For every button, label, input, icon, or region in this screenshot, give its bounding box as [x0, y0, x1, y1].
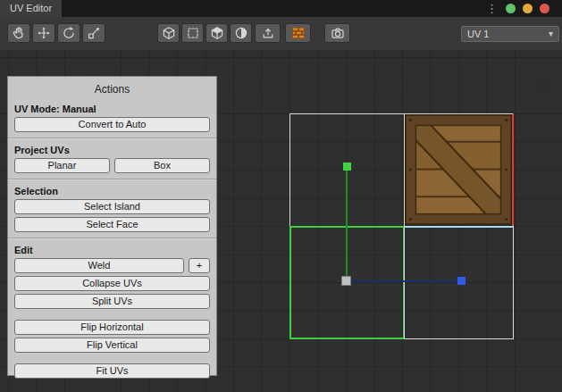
screenshot-button[interactable] [324, 23, 350, 43]
toolbar: UV 1 ▾ [0, 17, 562, 50]
fit-uvs-button[interactable]: Fit UVs [14, 363, 210, 379]
weld-options-button[interactable]: + [189, 258, 210, 273]
screenshot-group [324, 23, 350, 43]
scale-tool-button[interactable] [82, 23, 105, 43]
cube-outline-mode-button[interactable] [157, 23, 180, 43]
select-face-button[interactable]: Select Face [14, 217, 210, 232]
window-title: UV Editor [10, 3, 52, 13]
green-connector-line [346, 169, 348, 282]
texture-bricks-icon [291, 26, 306, 40]
spacer [14, 355, 210, 361]
split-uvs-button[interactable]: Split UVs [14, 294, 210, 309]
flip-vertical-button[interactable]: Flip Vertical [14, 338, 210, 353]
hand-tool-icon [12, 26, 26, 40]
project-uvs-label: Project UVs [14, 145, 210, 155]
texture-preview-button[interactable] [285, 23, 311, 43]
yellow-status-dot[interactable] [523, 4, 533, 13]
flip-horizontal-button[interactable]: Flip Horizontal [14, 320, 210, 335]
wooden-crate-texture [405, 114, 512, 225]
select-island-button[interactable]: Select Island [14, 199, 210, 214]
convert-to-auto-button[interactable]: Convert to Auto [14, 117, 210, 132]
rotate-tool-icon [62, 26, 76, 40]
uv-island-textured[interactable] [404, 113, 514, 227]
uv-handle-green[interactable] [343, 163, 351, 171]
cube-face-icon [210, 26, 224, 40]
camera-icon [331, 26, 345, 40]
rect-marquee-mode-button[interactable] [181, 23, 204, 43]
export-uv-icon [261, 26, 275, 40]
uv-handle-blue[interactable] [457, 277, 466, 285]
sphere-mode-button[interactable] [230, 23, 252, 43]
spacer [14, 312, 210, 317]
export-uv-button[interactable] [255, 23, 281, 43]
actions-panel: Actions UV Mode: Manual Convert to Auto … [7, 76, 217, 376]
hand-tool-button[interactable] [7, 23, 30, 43]
navigation-tool-group [7, 23, 105, 43]
box-button[interactable]: Box [114, 158, 210, 173]
edit-label: Edit [14, 245, 210, 255]
element-mode-group [157, 23, 252, 43]
kebab-menu-icon[interactable]: ⋮ [486, 1, 498, 16]
move-tool-button[interactable] [32, 23, 55, 43]
move-tool-icon [37, 26, 51, 40]
rotate-tool-button[interactable] [57, 23, 80, 43]
cube-outline-icon [162, 26, 176, 40]
texture-group [285, 23, 311, 43]
window-titlebar: UV Editor ⋮ [0, 0, 562, 17]
window-status-dots [506, 4, 549, 13]
planar-button[interactable]: Planar [14, 158, 110, 173]
collapse-uvs-button[interactable]: Collapse UVs [14, 276, 210, 291]
cube-face-mode-button[interactable] [206, 23, 228, 43]
chevron-down-icon: ▾ [549, 27, 553, 41]
uv-editor-tab[interactable]: UV Editor [0, 0, 62, 17]
uv-mode-label: UV Mode: Manual [14, 104, 210, 114]
blue-connector-line [348, 280, 459, 282]
green-status-dot[interactable] [506, 4, 516, 13]
scale-tool-icon [87, 26, 101, 40]
rect-marquee-icon [186, 26, 200, 40]
uv-channel-dropdown[interactable]: UV 1 ▾ [461, 26, 559, 42]
section-divider [8, 238, 216, 239]
red-status-dot[interactable] [540, 4, 549, 13]
pivot-handle[interactable] [341, 276, 351, 286]
export-group [255, 23, 281, 43]
section-divider [8, 138, 216, 139]
sphere-icon [234, 26, 248, 40]
uv-channel-value: UV 1 [467, 27, 489, 41]
section-divider [8, 179, 216, 180]
actions-panel-title: Actions [14, 80, 210, 100]
selection-label: Selection [14, 186, 210, 196]
weld-button[interactable]: Weld [14, 258, 184, 273]
